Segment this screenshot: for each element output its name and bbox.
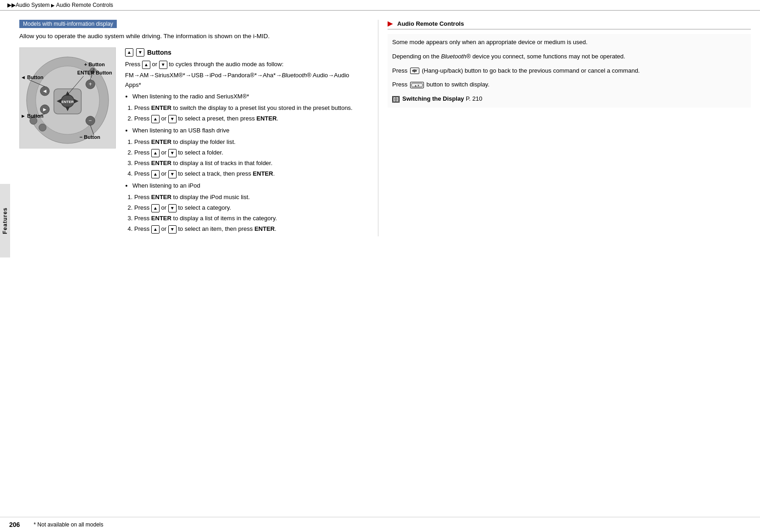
note-1: Some mode appears only when an appropria… — [392, 38, 746, 47]
page-number: 206 — [9, 521, 20, 528]
switching-page: P. 210 — [466, 95, 482, 102]
switch-button-inline: ▲▼ — [410, 82, 424, 88]
breadcrumb-arrows: ▶▶ — [7, 2, 16, 8]
up-sym-inline: ▲ — [142, 61, 150, 69]
ipod-step-1: Press ENTER to display the iPod music li… — [134, 193, 364, 202]
ipod-step-2: Press ▲ or ▼ to select a category. — [134, 203, 364, 213]
section-header: Models with multi-information display — [19, 20, 117, 28]
instructions-text: ▲ ▼ Buttons Press ▲ or ▼ to cycles throu… — [125, 47, 364, 236]
buttons-label: Buttons — [147, 47, 171, 57]
main-section: ENTER + − ◄ — [19, 47, 364, 236]
left-column: Models with multi-information display Al… — [19, 20, 378, 236]
svg-text:−: − — [89, 118, 92, 124]
up-u4: ▲ — [151, 170, 160, 178]
right-section-title: Audio Remote Controls — [397, 20, 464, 27]
right-column: ▶ Audio Remote Controls Some mode appear… — [378, 20, 751, 236]
down-u2: ▼ — [168, 149, 177, 157]
usb-condition: When listening to an USB flash drive — [132, 126, 364, 136]
diagram-right-label: ► Button — [21, 113, 43, 119]
usb-step-2: Press ▲ or ▼ to select a folder. — [134, 148, 364, 158]
down-i2: ▼ — [168, 204, 177, 212]
svg-text:ENTER: ENTER — [62, 100, 74, 104]
hang-up-note: Press (Hang-up/back) button to go back t… — [392, 66, 746, 76]
breadcrumb: ▶▶ Audio System ▶ Audio Remote Controls — [0, 0, 760, 11]
diagram-left-label: ◄ Button — [21, 74, 43, 80]
press-intro: Press ▲ or ▼ to cycles through the audio… — [125, 60, 364, 69]
mode-sequence: FM→AM→SiriusXM®*→USB→iPod→Pandora®*→Aha*… — [125, 71, 364, 90]
switching-label: Switching the Display — [402, 95, 464, 102]
svg-point-19 — [39, 124, 46, 132]
up-i2: ▲ — [151, 204, 160, 212]
buttons-title: ▲ ▼ Buttons — [125, 47, 364, 57]
up-i4: ▲ — [151, 225, 160, 234]
svg-text:◄: ◄ — [42, 88, 48, 94]
section-arrow-icon: ▶ — [388, 20, 393, 27]
breadcrumb-item-1: Audio System — [16, 2, 50, 8]
control-diagram: ENTER + − ◄ — [19, 47, 116, 149]
svg-text:+: + — [89, 81, 92, 87]
page-footer: 206 * Not available on all models — [0, 517, 760, 532]
up-s2: ▲ — [151, 115, 160, 123]
radio-step-1: Press ENTER to switch the display to a p… — [134, 103, 364, 113]
diagram-plus-label: + Button — [84, 62, 105, 67]
radio-condition: When listening to the radio and SeriusXM… — [132, 92, 364, 102]
svg-line-26 — [417, 69, 417, 70]
ipod-step-3: Press ENTER to display a list of items i… — [134, 214, 364, 223]
book-icon — [392, 96, 400, 103]
diagram-enter-label: ENTER Button — [77, 70, 112, 75]
ipod-condition: When listening to an iPod — [132, 181, 364, 191]
up-u2: ▲ — [151, 149, 160, 157]
usb-step-1: Press ENTER to display the folder list. — [134, 137, 364, 147]
switch-display-note: Press ▲▼ button to switch display. — [392, 80, 746, 90]
breadcrumb-separator: ▶ — [51, 3, 55, 8]
ipod-step-4: Press ▲ or ▼ to select an item, then pre… — [134, 224, 364, 234]
side-tab: Features — [0, 184, 10, 257]
down-u4: ▼ — [168, 170, 177, 178]
svg-text:►: ► — [42, 106, 48, 113]
switching-ref: Switching the Display P. 210 — [392, 94, 746, 104]
intro-text: Allow you to operate the audio system wh… — [19, 32, 364, 41]
up-button-symbol: ▲ — [125, 48, 133, 57]
switching-ref-text: Switching the Display P. 210 — [402, 94, 482, 104]
right-section-header: ▶ Audio Remote Controls — [388, 20, 751, 29]
usb-step-4: Press ▲ or ▼ to select a track, then pre… — [134, 169, 364, 179]
svg-text:▲▼: ▲▼ — [414, 84, 420, 87]
side-tab-label: Features — [2, 207, 8, 234]
down-button-symbol: ▼ — [136, 48, 144, 57]
down-sym-inline: ▼ — [159, 61, 167, 69]
diagram-minus-label: − Button — [80, 134, 100, 140]
radio-step-2: Press ▲ or ▼ to select a preset, then pr… — [134, 114, 364, 124]
usb-step-3: Press ENTER to display a list of tracks … — [134, 159, 364, 168]
right-content: Some mode appears only when an appropria… — [388, 34, 751, 108]
down-s2: ▼ — [168, 115, 177, 123]
breadcrumb-item-2: Audio Remote Controls — [56, 2, 113, 8]
hangup-button-inline — [410, 68, 419, 74]
page-content: Models with multi-information display Al… — [10, 11, 760, 246]
down-i4: ▼ — [168, 225, 177, 234]
note-2: Depending on the Bluetooth® device you c… — [392, 52, 746, 62]
footnote: * Not available on all models — [34, 521, 103, 528]
